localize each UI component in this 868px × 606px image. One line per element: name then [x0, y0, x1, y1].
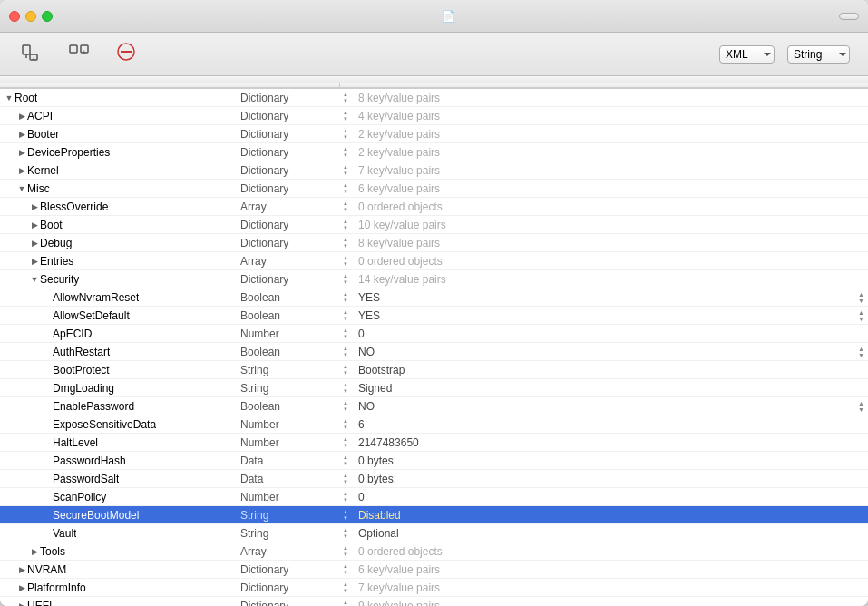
bool-dropdown[interactable]: ▲▼ — [858, 400, 864, 413]
bool-dropdown[interactable]: ▲▼ — [858, 309, 864, 322]
new-sibling-button[interactable]: + — [56, 38, 102, 70]
value-stepper[interactable]: ▲▼ — [340, 382, 351, 395]
table-row[interactable]: ▶NVRAMDictionary▲▼6 key/value pairs — [0, 561, 868, 579]
table-row[interactable]: ▼RootDictionary▲▼8 key/value pairs — [0, 89, 868, 107]
delete-button[interactable] — [103, 38, 149, 70]
table-row[interactable]: ▶DebugDictionary▲▼8 key/value pairs — [0, 234, 868, 252]
table-row[interactable]: ApECIDNumber▲▼0 — [0, 325, 868, 343]
expand-icon[interactable]: ▶ — [16, 582, 27, 593]
expand-icon[interactable]: ▶ — [16, 601, 27, 607]
table-row[interactable]: SecureBootModelString▲▼Disabled — [0, 506, 868, 524]
table-row[interactable]: AuthRestartBoolean▲▼NO▲▼ — [0, 343, 868, 361]
value-stepper[interactable]: ▲▼ — [340, 600, 351, 607]
value-stepper[interactable]: ▲▼ — [340, 164, 351, 177]
new-child-button[interactable]: + — [9, 38, 54, 70]
value-stepper[interactable]: ▲▼ — [340, 273, 351, 286]
expand-icon[interactable]: ▶ — [16, 165, 27, 176]
value-text: 0 ordered objects — [358, 255, 443, 268]
table-row[interactable]: PasswordHashData▲▼0 bytes: — [0, 452, 868, 470]
minimize-button[interactable] — [25, 11, 36, 22]
value-stepper[interactable]: ▲▼ — [340, 364, 351, 376]
purchase-button[interactable] — [839, 13, 859, 20]
view-as-select[interactable]: String Number — [787, 45, 850, 64]
expand-icon[interactable]: ▶ — [29, 220, 40, 230]
value-text: Signed — [358, 382, 392, 395]
value-stepper[interactable]: ▲▼ — [340, 182, 351, 195]
table-row[interactable]: ▶KernelDictionary▲▼7 key/value pairs — [0, 161, 868, 180]
svg-text:+: + — [82, 48, 86, 57]
table-row[interactable]: EnablePasswordBoolean▲▼NO▲▼ — [0, 397, 868, 415]
table-row[interactable]: PasswordSaltData▲▼0 bytes: — [0, 470, 868, 488]
value-stepper[interactable]: ▲▼ — [340, 110, 351, 122]
value-stepper[interactable]: ▲▼ — [340, 219, 351, 231]
close-button[interactable] — [9, 11, 20, 22]
value-stepper[interactable]: ▲▼ — [340, 582, 351, 594]
value-stepper[interactable]: ▲▼ — [340, 146, 351, 159]
value-stepper[interactable]: ▲▼ — [340, 255, 351, 268]
view-as-select-wrapper: String Number — [787, 45, 850, 64]
value-stepper[interactable]: ▲▼ — [340, 200, 351, 213]
bool-dropdown[interactable]: ▲▼ — [858, 346, 864, 358]
cell-class: Dictionary — [240, 273, 340, 286]
table-row[interactable]: ▶BootDictionary▲▼10 key/value pairs — [0, 216, 868, 234]
value-text: Optional — [358, 527, 399, 540]
table-row[interactable]: ▶UEFIDictionary▲▼9 key/value pairs — [0, 597, 868, 606]
expand-icon[interactable]: ▶ — [16, 564, 27, 575]
table-row[interactable]: HaltLevelNumber▲▼2147483650 — [0, 434, 868, 452]
format-select[interactable]: XML Binary JSON — [719, 45, 775, 64]
bool-dropdown[interactable]: ▲▼ — [858, 291, 864, 304]
value-stepper[interactable]: ▲▼ — [340, 454, 351, 467]
collapse-icon[interactable]: ▼ — [4, 93, 15, 103]
value-stepper[interactable]: ▲▼ — [340, 92, 351, 104]
table-row[interactable]: ▶EntriesArray▲▼0 ordered objects — [0, 252, 868, 270]
table-row[interactable]: VaultString▲▼Optional — [0, 524, 868, 542]
value-stepper[interactable]: ▲▼ — [340, 418, 351, 431]
value-stepper[interactable]: ▲▼ — [340, 327, 351, 340]
table-row[interactable]: ▶PlatformInfoDictionary▲▼7 key/value pai… — [0, 579, 868, 597]
expand-icon[interactable]: ▶ — [29, 256, 40, 267]
table-row[interactable]: ExposeSensitiveDataNumber▲▼6 — [0, 415, 868, 434]
value-stepper[interactable]: ▲▼ — [340, 309, 351, 322]
cell-key: ▶UEFI — [0, 600, 240, 607]
value-stepper[interactable]: ▲▼ — [340, 436, 351, 449]
expand-icon[interactable]: ▶ — [16, 111, 27, 122]
collapse-icon[interactable]: ▼ — [29, 274, 40, 285]
maximize-button[interactable] — [42, 11, 53, 22]
cell-value: ▲▼NO▲▼ — [340, 400, 868, 413]
value-stepper[interactable]: ▲▼ — [340, 400, 351, 413]
value-stepper[interactable]: ▲▼ — [340, 473, 351, 485]
table-row[interactable]: ▶BooterDictionary▲▼2 key/value pairs — [0, 125, 868, 143]
value-stepper[interactable]: ▲▼ — [340, 291, 351, 304]
cell-key: ▶ACPI — [0, 110, 240, 122]
table-row[interactable]: ▶DevicePropertiesDictionary▲▼2 key/value… — [0, 143, 868, 161]
cell-class: Data — [240, 454, 340, 467]
expand-icon[interactable]: ▶ — [16, 129, 27, 140]
table-row[interactable]: ▶ToolsArray▲▼0 ordered objects — [0, 542, 868, 561]
table-row[interactable]: ▼MiscDictionary▲▼6 key/value pairs — [0, 180, 868, 198]
table-row[interactable]: ▶ACPIDictionary▲▼4 key/value pairs — [0, 107, 868, 125]
value-stepper[interactable]: ▲▼ — [340, 128, 351, 141]
table-row[interactable]: AllowSetDefaultBoolean▲▼YES▲▼ — [0, 307, 868, 325]
cell-key: ▶Boot — [0, 219, 240, 231]
expand-icon[interactable]: ▶ — [29, 546, 40, 557]
table-row[interactable]: BootProtectString▲▼Bootstrap — [0, 361, 868, 379]
expand-icon[interactable]: ▶ — [29, 201, 40, 212]
value-stepper[interactable]: ▲▼ — [340, 346, 351, 358]
table-row[interactable]: ScanPolicyNumber▲▼0 — [0, 488, 868, 506]
expand-icon[interactable]: ▶ — [29, 238, 40, 249]
cell-class: Data — [240, 473, 340, 485]
value-stepper[interactable]: ▲▼ — [340, 527, 351, 540]
table-row[interactable]: AllowNvramResetBoolean▲▼YES▲▼ — [0, 288, 868, 307]
key-text: ApECID — [53, 327, 92, 340]
table-body[interactable]: ▼RootDictionary▲▼8 key/value pairs▶ACPID… — [0, 89, 868, 606]
table-row[interactable]: DmgLoadingString▲▼Signed — [0, 379, 868, 397]
value-stepper[interactable]: ▲▼ — [340, 563, 351, 576]
expand-icon[interactable]: ▶ — [16, 147, 27, 158]
collapse-icon[interactable]: ▼ — [16, 183, 27, 194]
value-stepper[interactable]: ▲▼ — [340, 509, 351, 522]
table-row[interactable]: ▶BlessOverrideArray▲▼0 ordered objects — [0, 198, 868, 216]
table-row[interactable]: ▼SecurityDictionary▲▼14 key/value pairs — [0, 270, 868, 288]
value-stepper[interactable]: ▲▼ — [340, 237, 351, 249]
value-stepper[interactable]: ▲▼ — [340, 545, 351, 558]
value-stepper[interactable]: ▲▼ — [340, 491, 351, 503]
